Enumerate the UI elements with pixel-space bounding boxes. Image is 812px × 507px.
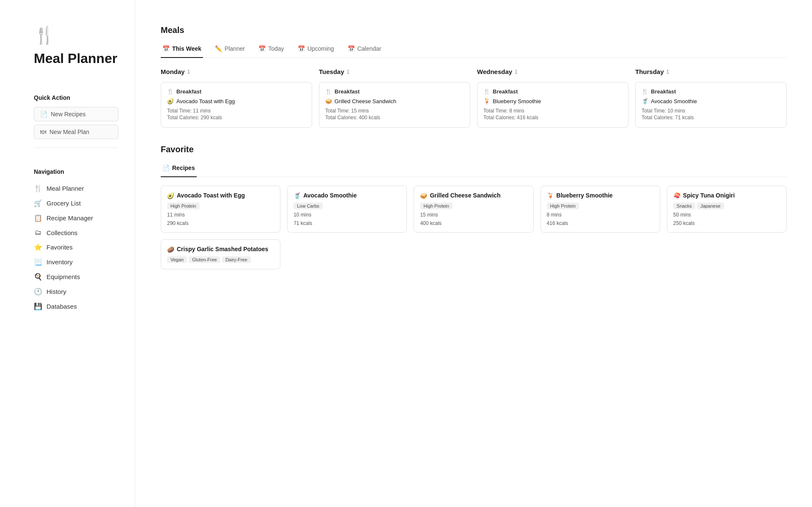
tab-this-week[interactable]: 📅 This Week	[161, 42, 203, 58]
tab-calendar[interactable]: 📅 Calendar	[346, 42, 383, 58]
sidebar-item-databases[interactable]: 💾 Databases	[34, 299, 118, 314]
recipe-tag: High Protein	[547, 203, 579, 209]
recipe-tag: Vegan	[167, 256, 187, 263]
tab-this-week-icon: 📅	[162, 45, 170, 52]
meal-name-icon: 🥤	[642, 98, 648, 104]
meal-name-label: Grilled Cheese Sandwich	[335, 98, 396, 104]
recipe-time: 15 mins	[420, 212, 527, 218]
meal-name: 🥪 Grilled Cheese Sandwich	[325, 98, 464, 104]
quick-action-label: Quick Action	[34, 94, 118, 101]
meal-name-icon: 🥑	[167, 98, 174, 104]
new-meal-plan-button[interactable]: 🍽 New Meal Plan	[34, 125, 118, 139]
meal-card[interactable]: 🍴 Breakfast 🍹 Blueberry Smoothie Total T…	[477, 82, 628, 128]
day-column-monday: Monday1 🍴 Breakfast 🥑 Avocado Toast with…	[161, 68, 312, 128]
meal-card[interactable]: 🍴 Breakfast 🥪 Grilled Cheese Sandwich To…	[319, 82, 470, 128]
nav-equipments-label: Equipments	[47, 273, 80, 280]
meal-total-time: Total Time: 15 mins	[325, 108, 464, 114]
nav-favorites-label: Favorites	[47, 244, 73, 251]
clipboard-icon: 📋	[34, 214, 42, 222]
day-header-monday: Monday1	[161, 68, 312, 75]
recipe-tag: High Protein	[167, 203, 200, 209]
recipe-icon: 🍹	[547, 192, 554, 199]
recipe-icon: 🍣	[673, 192, 680, 199]
recipe-tag: Japanese	[697, 203, 724, 209]
sidebar-item-favorites[interactable]: ⭐ Favorites	[34, 240, 118, 255]
day-header-thursday: Thursday1	[635, 68, 787, 75]
recipe-icon: 🥤	[294, 192, 301, 199]
meal-name: 🥑 Avocado Toast with Egg	[167, 98, 306, 104]
tab-this-week-label: This Week	[172, 45, 201, 52]
recipe-kcal: 250 kcals	[673, 220, 780, 226]
meal-type: 🍴 Breakfast	[483, 88, 622, 95]
recipe-card[interactable]: 🥔 Crispy Garlic Smashed Potatoes VeganGl…	[161, 239, 280, 269]
recipe-card[interactable]: 🥑 Avocado Toast with Egg High Protein 11…	[161, 186, 280, 233]
nav-grocery-label: Grocery List	[47, 200, 81, 207]
recipe-name: 🥪 Grilled Cheese Sandwich	[420, 192, 527, 199]
main-content: Meals 📅 This Week ✏️ Planner 📅 Today 📅 U…	[135, 0, 812, 507]
meals-tabs: 📅 This Week ✏️ Planner 📅 Today 📅 Upcomin…	[161, 42, 787, 58]
nav-divider	[34, 148, 118, 148]
meal-type-label: Breakfast	[651, 88, 676, 95]
tab-upcoming-label: Upcoming	[307, 45, 334, 52]
tab-planner-icon: ✏️	[215, 45, 222, 52]
meal-type-label: Breakfast	[335, 88, 359, 95]
meal-card[interactable]: 🍴 Breakfast 🥤 Avocado Smoothie Total Tim…	[635, 82, 787, 128]
recipe-tags: SnacksJapanese	[673, 203, 780, 209]
meal-card[interactable]: 🍴 Breakfast 🥑 Avocado Toast with Egg Tot…	[161, 82, 312, 128]
recipe-tag: Snacks	[673, 203, 695, 209]
new-recipes-label: New Recipes	[51, 111, 85, 118]
meal-name-label: Avocado Smoothie	[651, 98, 697, 104]
recipe-name: 🍹 Blueberry Smoothie	[547, 192, 654, 199]
recipe-name-label: Spicy Tuna Onigiri	[683, 192, 735, 199]
recipe-card[interactable]: 🥤 Avocado Smoothie Low Carbs 10 mins 71 …	[287, 186, 407, 233]
meal-type-icon: 🍴	[167, 88, 174, 95]
sidebar-item-grocery-list[interactable]: 🛒 Grocery List	[34, 196, 118, 211]
recipe-card[interactable]: 🍹 Blueberry Smoothie High Protein 8 mins…	[540, 186, 660, 233]
recipe-card[interactable]: 🥪 Grilled Cheese Sandwich High Protein 1…	[414, 186, 533, 233]
nav-history-label: History	[47, 288, 66, 295]
nav-recipe-manager-label: Recipe Manager	[47, 214, 93, 222]
meal-total-calories: Total Calories: 400 kcals	[325, 115, 464, 121]
day-name: Monday	[161, 68, 185, 75]
meal-total-time: Total Time: 11 mins	[167, 108, 306, 114]
recipe-card[interactable]: 🍣 Spicy Tuna Onigiri SnacksJapanese 50 m…	[667, 186, 787, 233]
favorites-tabs: 📄 Recipes	[161, 161, 787, 177]
meal-name-label: Avocado Toast with Egg	[176, 98, 235, 104]
recipe-time: 11 mins	[167, 212, 274, 218]
tab-planner[interactable]: ✏️ Planner	[213, 42, 247, 58]
recipe-kcal: 416 kcals	[547, 220, 654, 226]
clock-icon: 🕐	[34, 288, 42, 296]
meal-name-icon: 🥪	[325, 98, 332, 104]
day-count: 1	[347, 69, 350, 75]
sidebar-item-meal-planner[interactable]: 🍴 Meal Planner	[34, 181, 118, 196]
sidebar-item-history[interactable]: 🕐 History	[34, 284, 118, 299]
meal-total-calories: Total Calories: 71 kcals	[642, 115, 780, 121]
utensils-icon: 🍴	[34, 184, 42, 192]
star-icon: ⭐	[34, 243, 42, 251]
recipe-tags: High Protein	[547, 203, 654, 209]
recipe-tag: High Protein	[420, 203, 453, 209]
new-recipes-button[interactable]: 📄 New Recipes	[34, 107, 118, 121]
day-name: Tuesday	[319, 68, 344, 75]
meal-total-calories: Total Calories: 290 kcals	[167, 115, 306, 121]
sidebar-item-inventory[interactable]: 📃 Inventory	[34, 255, 118, 269]
day-header-tuesday: Tuesday1	[319, 68, 470, 75]
meal-type-label: Breakfast	[493, 88, 518, 95]
fav-tab-recipes[interactable]: 📄 Recipes	[161, 161, 197, 177]
meal-name-icon: 🍹	[483, 98, 490, 104]
day-header-wednesday: Wednesday1	[477, 68, 628, 75]
meal-type-icon: 🍴	[483, 88, 490, 95]
tab-today[interactable]: 📅 Today	[257, 42, 285, 58]
tab-upcoming-icon: 📅	[298, 45, 305, 52]
meal-name: 🍹 Blueberry Smoothie	[483, 98, 622, 104]
tab-upcoming[interactable]: 📅 Upcoming	[296, 42, 336, 58]
sidebar-item-equipments[interactable]: 🍳 Equipments	[34, 269, 118, 284]
recipe-name-label: Avocado Smoothie	[303, 192, 357, 199]
recipe-time: 50 mins	[673, 212, 780, 218]
recipe-tags: High Protein	[167, 203, 274, 209]
sidebar-item-collections[interactable]: 🗂 Collections	[34, 225, 118, 240]
sidebar-item-recipe-manager[interactable]: 📋 Recipe Manager	[34, 211, 118, 225]
recipe-tag: Low Carbs	[294, 203, 323, 209]
tab-today-icon: 📅	[258, 45, 266, 52]
recipe-time: 10 mins	[294, 212, 401, 218]
